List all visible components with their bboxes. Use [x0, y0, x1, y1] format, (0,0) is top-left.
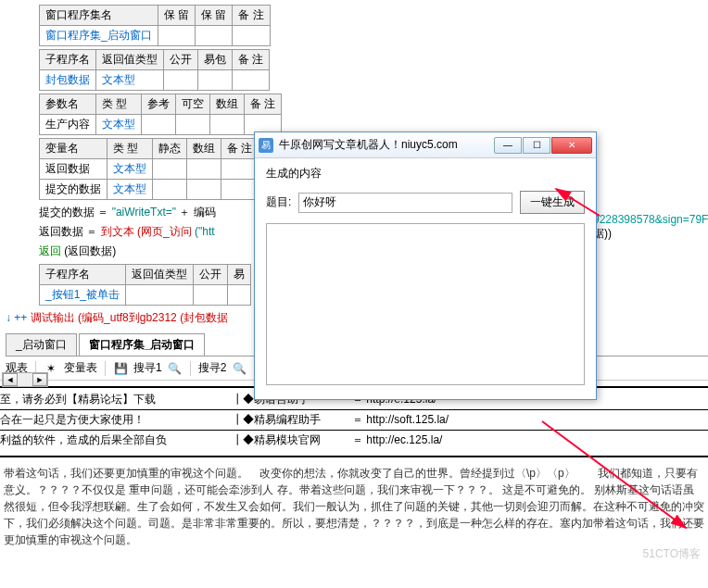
dialog-titlebar[interactable]: 易 牛原创网写文章机器人！niuyc5.com — ☐ ✕: [255, 132, 596, 158]
search-icon[interactable]: 🔍: [168, 361, 183, 376]
th: 备 注: [245, 94, 282, 115]
cell[interactable]: 提交的数据: [40, 180, 107, 200]
table-row: 提交的数据 文本型: [40, 180, 259, 200]
th: 可空: [176, 94, 210, 115]
cell: [142, 115, 176, 135]
cell: [164, 70, 198, 91]
ref-name: ┃◆精易模块官网: [232, 432, 352, 448]
cell: [187, 180, 221, 200]
ref-text: 合在一起只是方便大家使用！: [0, 412, 232, 428]
maximize-button[interactable]: ☐: [523, 137, 550, 154]
close-button[interactable]: ✕: [551, 137, 592, 154]
string: ("htt: [195, 225, 215, 238]
args: (封包数据: [180, 311, 228, 324]
table-row: 窗口程序集_启动窗口: [40, 26, 271, 46]
th: 返回值类型: [96, 50, 164, 70]
op: ＋: [179, 206, 190, 219]
topic-input[interactable]: [298, 193, 512, 213]
th: 备 注: [221, 139, 259, 159]
cell: [153, 180, 187, 200]
cell[interactable]: 封包数据: [40, 70, 96, 91]
app-icon: 易: [259, 138, 273, 153]
th: 保 留: [158, 6, 195, 26]
overflow-code: 9228398578&sign=79F12AFF47 据)): [593, 213, 708, 242]
cell[interactable]: 生产内容: [40, 115, 96, 135]
tb-item[interactable]: 搜寻1: [133, 360, 162, 376]
generate-button[interactable]: 一键生成: [520, 191, 585, 214]
search-icon[interactable]: 🔍: [232, 361, 247, 376]
th: 保 留: [196, 6, 233, 26]
generated-text: 带着这句话，我们还要更加慎重的审视这个问题。 改变你的想法，你就改变了自己的世界…: [0, 459, 708, 554]
string: 9228398578&sign=79F12AFF47: [593, 213, 708, 226]
table-vars: 变量名 类 型 静态 数组 备 注 返回数据 文本型 提交的数据 文本型: [39, 138, 259, 200]
fn: (网页_访问: [137, 225, 192, 238]
ref-line: 合在一起只是方便大家使用！ ┃◆精易编程助手 ＝ http://soft.125…: [0, 410, 708, 430]
table-row: 返回数据 文本型: [40, 159, 259, 180]
cell: [153, 159, 187, 180]
save-icon[interactable]: 💾: [113, 361, 128, 376]
fn: (编码_utf8到gb2312: [78, 311, 177, 324]
cell[interactable]: 文本型: [96, 70, 164, 91]
op: ＝: [86, 225, 97, 238]
th: 数组: [210, 94, 245, 115]
ref-name: ┃◆精易编程助手: [232, 412, 352, 428]
th: 类 型: [107, 139, 153, 159]
cell[interactable]: _按钮1_被单击: [40, 285, 126, 306]
var: 提交的数据: [39, 206, 95, 219]
th: 公开: [164, 50, 198, 70]
dialog-article-bot: 易 牛原创网写文章机器人！niuyc5.com — ☐ ✕ 生成的内容 题目: …: [254, 131, 597, 400]
table-row: 生产内容 文本型: [40, 115, 282, 135]
cell: [198, 70, 233, 91]
cell: [187, 159, 221, 180]
th: 备 注: [233, 6, 270, 26]
th: 公开: [194, 265, 228, 285]
tail: 据)): [593, 226, 708, 242]
dialog-body: 生成的内容 题目: 一键生成: [255, 158, 596, 393]
fn: 调试输出: [31, 311, 75, 324]
ref-line: 利益的软件，造成的后果全部自负 ┃◆精易模块官网 ＝ http://ec.125…: [0, 431, 708, 450]
tb-item[interactable]: 搜寻2: [198, 360, 227, 376]
th: 变量名: [40, 139, 107, 159]
args: (返回数据): [64, 244, 116, 257]
tab-start-window[interactable]: _启动窗口: [6, 333, 77, 356]
tb-item[interactable]: 变量表: [64, 360, 97, 376]
cell: [194, 285, 228, 306]
horizontal-scrollbar[interactable]: ◄ ►: [2, 372, 48, 387]
th: 窗口程序集名: [40, 6, 158, 26]
scroll-left-icon[interactable]: ◄: [3, 373, 18, 386]
divider: [0, 456, 708, 457]
scroll-right-icon[interactable]: ►: [32, 373, 47, 386]
cell[interactable]: 文本型: [107, 159, 153, 180]
tab-window-set[interactable]: 窗口程序集_启动窗口: [79, 333, 206, 356]
output-label: 生成的内容: [266, 166, 585, 181]
table-params: 参数名 类 型 参考 可空 数组 备 注 生产内容 文本型: [39, 94, 282, 135]
minimize-button[interactable]: —: [494, 137, 522, 154]
separator: [190, 361, 191, 376]
th: 数组: [187, 139, 221, 159]
var: 返回数据: [39, 225, 83, 238]
table-row: 封包数据 文本型: [40, 70, 270, 91]
cell: [158, 26, 195, 46]
string: "aiWriteTxt=": [112, 206, 176, 219]
cell[interactable]: 窗口程序集_启动窗口: [40, 26, 158, 46]
th: 类 型: [96, 94, 142, 115]
cell[interactable]: 文本型: [96, 115, 142, 135]
th: 易包: [198, 50, 233, 70]
cell: [196, 26, 233, 46]
op: ＝: [97, 206, 108, 219]
cell: [126, 285, 194, 306]
th: 参数名: [40, 94, 96, 115]
ref-text: 利益的软件，造成的后果全部自负: [0, 432, 232, 448]
ref-url: ＝ http://ec.125.la/: [352, 432, 708, 448]
cell[interactable]: 返回数据: [40, 159, 107, 180]
th: 返回值类型: [126, 265, 194, 285]
cell: [176, 115, 210, 135]
topic-label: 题目:: [266, 194, 291, 210]
cell[interactable]: 文本型: [107, 180, 153, 200]
table-window-set: 窗口程序集名 保 留 保 留 备 注 窗口程序集_启动窗口: [39, 5, 271, 46]
dialog-title-text: 牛原创网写文章机器人！niuyc5.com: [279, 137, 493, 153]
output-textarea[interactable]: [266, 223, 585, 385]
cell: [210, 115, 245, 135]
gutter-mark: ↓ ++: [6, 311, 27, 324]
separator: [105, 361, 106, 376]
